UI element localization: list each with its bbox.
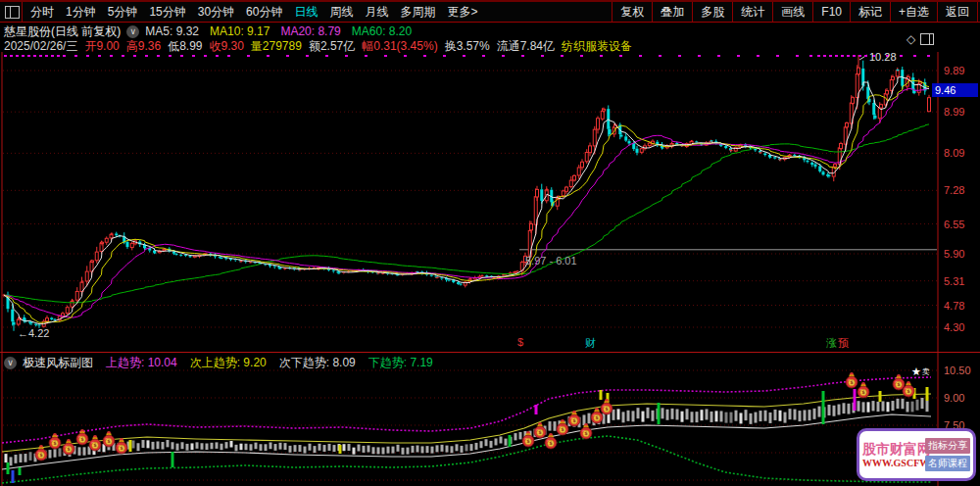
svg-text:$: $ — [549, 440, 553, 446]
diamond-icon[interactable]: ◇ — [906, 32, 915, 46]
menu-item-标记[interactable]: 标记 — [853, 4, 888, 21]
menu-divider — [937, 2, 938, 22]
svg-text:$: $ — [107, 438, 111, 444]
ma-legend-item-3: MA60: 8.20 — [352, 24, 412, 38]
menu-item-多股[interactable]: 多股 — [695, 4, 730, 21]
chevron-down-icon[interactable]: ∨ — [126, 25, 139, 38]
sub-accent-bars — [7, 387, 929, 483]
quote-field-5: 量279789 — [251, 38, 302, 55]
money-bag-icon: $ — [846, 372, 858, 388]
quote-field-3: 低8.99 — [168, 38, 202, 55]
ma-lines — [4, 76, 929, 324]
menu-item-多周期[interactable]: 多周期 — [394, 4, 441, 21]
chart-canvas[interactable]: $$$$$$$$$$$$$$$$$$$ — [0, 0, 980, 486]
money-bag-icon: $ — [103, 431, 115, 447]
svg-text:$: $ — [906, 388, 910, 394]
sub-bars — [5, 398, 929, 465]
quote-field-4: 收9.30 — [209, 38, 243, 55]
chevron-down-icon[interactable]: ∨ — [4, 357, 17, 369]
menu-item-30分钟[interactable]: 30分钟 — [192, 4, 240, 21]
svg-text:$: $ — [39, 452, 43, 458]
star-icon: ★ — [911, 365, 921, 377]
sell-signal-star: ★卖 — [911, 365, 930, 378]
menu-divider — [652, 2, 653, 22]
window-split-icon[interactable] — [5, 6, 20, 19]
menu-divider — [850, 2, 851, 22]
signal-mark: 财 — [585, 336, 596, 351]
watermark-badge-2: 名师课程 — [925, 456, 970, 471]
sub-legend-item-0: 上趋势: 10.04 — [106, 356, 177, 369]
svg-text:$: $ — [538, 429, 542, 435]
sub-indicator-header: ∨ 极速风标副图 上趋势: 10.04次上趋势: 9.20次下趋势: 8.09下… — [4, 355, 446, 370]
menu-divider — [977, 2, 978, 22]
money-bag-icon: $ — [601, 399, 612, 414]
menu-item-15分钟[interactable]: 15分钟 — [143, 4, 191, 21]
signal-dots — [4, 55, 930, 57]
stock-title: 慈星股份(日线 前复权) — [4, 24, 121, 40]
money-bag-icon: $ — [49, 433, 61, 449]
svg-text:$: $ — [526, 438, 530, 444]
menu-item-+自选[interactable]: +自选 — [893, 4, 935, 21]
sub-legend-item-2: 次下趋势: 8.09 — [279, 356, 356, 369]
menu-item-5分钟[interactable]: 5分钟 — [102, 4, 144, 21]
quote-field-9: 流通7.84亿 — [497, 38, 555, 55]
menu-item-复权[interactable]: 复权 — [614, 4, 650, 21]
menu-item-叠加[interactable]: 叠加 — [655, 4, 690, 21]
price-axis-label: 5.90 — [944, 248, 964, 260]
period-menu: 分时1分钟5分钟15分钟30分钟60分钟日线周线月线多周期更多> — [24, 2, 483, 22]
price-axis-label: 7.28 — [944, 184, 964, 196]
money-bag-icon: $ — [893, 374, 905, 390]
watermark-badge-1: 指标分享 — [925, 438, 970, 454]
sub-axis-label: 10.50 — [944, 364, 971, 376]
menu-item-统计[interactable]: 统计 — [735, 4, 770, 21]
menu-item-分时[interactable]: 分时 — [24, 4, 60, 21]
menu-divider — [732, 2, 733, 22]
quote-field-10: 纺织服装设备 — [562, 38, 632, 55]
money-bag-icon: $ — [89, 435, 101, 451]
svg-text:$: $ — [120, 445, 123, 451]
svg-text:$: $ — [595, 414, 599, 420]
menu-item-日线[interactable]: 日线 — [288, 4, 323, 21]
watermark-site-name: 股市财富网 — [862, 441, 922, 459]
svg-text:$: $ — [605, 406, 609, 412]
money-bag-icon: $ — [116, 438, 127, 454]
watermark-url: WWW.GSCFW.COM — [862, 458, 922, 468]
menu-item-F10[interactable]: F10 — [815, 5, 848, 19]
menu-item-返回[interactable]: 返回 — [940, 4, 975, 21]
price-axis-label: 8.99 — [944, 106, 964, 118]
price-axis-label: 9.89 — [944, 65, 964, 76]
current-price-marker: 9.46 — [932, 83, 978, 97]
svg-text:$: $ — [584, 430, 588, 436]
quote-field-6: 额2.57亿 — [309, 38, 355, 55]
price-axis-label: 8.09 — [944, 147, 964, 159]
candles — [3, 55, 931, 331]
money-bag-icon: $ — [534, 422, 546, 438]
stock-info-row: 慈星股份(日线 前复权) ∨ MA5: 9.32MA10: 9.17MA20: … — [4, 24, 422, 38]
tools-menu: 复权叠加多股统计画线F10标记+自选返回 — [610, 2, 980, 22]
menubar-divider — [22, 2, 23, 22]
menu-divider — [772, 2, 773, 22]
menu-item-1分钟[interactable]: 1分钟 — [60, 4, 102, 21]
menu-item-月线[interactable]: 月线 — [359, 4, 394, 21]
pane-split-icon[interactable] — [920, 33, 934, 45]
svg-text:$: $ — [93, 442, 97, 448]
price-axis-label: 4.30 — [944, 321, 964, 333]
svg-text:$: $ — [561, 426, 564, 432]
menu-item-60分钟[interactable]: 60分钟 — [240, 4, 288, 21]
menu-divider — [890, 2, 891, 22]
menu-item-更多>[interactable]: 更多> — [441, 4, 483, 21]
watermark: 股市财富网 WWW.GSCFW.COM 指标分享 名师课程 — [857, 428, 976, 481]
price-axis-label: 6.55 — [944, 219, 964, 230]
sub-indicator-title: 极速风标副图 — [23, 355, 93, 371]
menu-item-周线[interactable]: 周线 — [323, 4, 359, 21]
signal-mark: 预 — [838, 336, 849, 351]
menu-divider — [692, 2, 693, 22]
quote-row: 2025/02/26/三开9.00高9.36低8.99收9.30量279789额… — [4, 38, 632, 55]
menu-item-画线[interactable]: 画线 — [775, 4, 810, 21]
signal-mark: $ — [517, 336, 523, 348]
trend-bands — [2, 377, 931, 483]
low-price-annotation: ←4.22 — [18, 327, 49, 339]
ma-legend-item-1: MA10: 9.17 — [210, 24, 270, 38]
money-bag-icon: $ — [76, 429, 88, 445]
svg-text:$: $ — [850, 379, 854, 385]
